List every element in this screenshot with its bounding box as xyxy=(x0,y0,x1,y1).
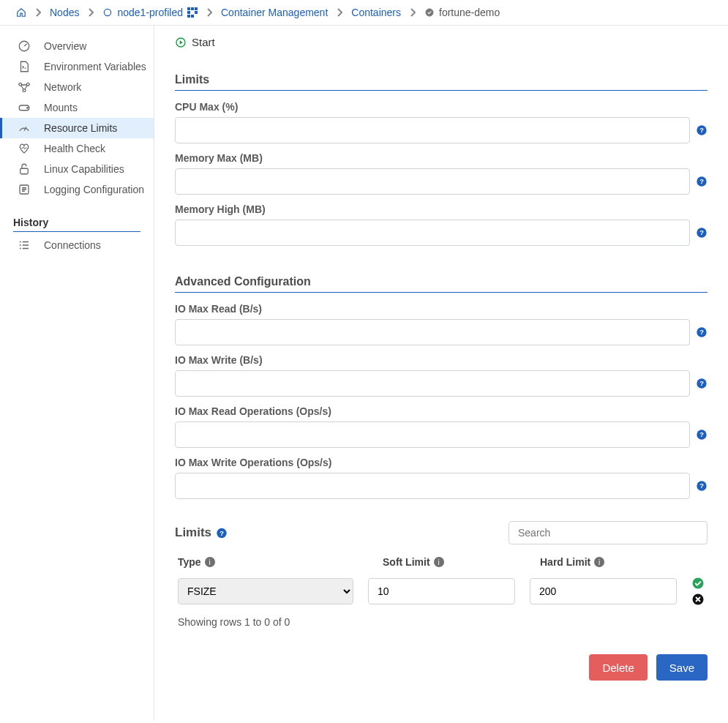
mem-high-input[interactable] xyxy=(175,220,690,246)
svg-point-17 xyxy=(20,241,21,243)
info-icon[interactable]: i xyxy=(594,557,604,567)
sidebar-item-label: Resource Limits xyxy=(44,122,117,134)
mem-high-label: Memory High (MB) xyxy=(175,203,708,215)
io-read-ops-label: IO Max Read Operations (Ops/s) xyxy=(175,405,708,417)
chevron-right-icon xyxy=(206,8,212,17)
svg-rect-2 xyxy=(191,7,194,10)
svg-rect-1 xyxy=(187,7,190,10)
breadcrumb-current-label: fortune-demo xyxy=(439,7,500,18)
svg-point-14 xyxy=(27,108,29,109)
help-icon[interactable]: ? xyxy=(696,227,708,239)
svg-point-8 xyxy=(426,9,434,17)
chevron-right-icon xyxy=(35,8,41,17)
confirm-row-button[interactable] xyxy=(691,577,705,590)
svg-text:?: ? xyxy=(699,431,704,438)
col-soft-limit[interactable]: Soft Limit i xyxy=(383,556,525,568)
unlock-icon xyxy=(18,162,31,176)
svg-rect-3 xyxy=(195,7,198,10)
help-icon[interactable]: ? xyxy=(216,527,228,539)
io-write-ops-label: IO Max Write Operations (Ops/s) xyxy=(175,457,708,468)
soft-limit-input[interactable] xyxy=(368,578,515,604)
chevron-right-icon xyxy=(410,8,416,17)
limits-table-header: Type i Soft Limit i Hard Limit i xyxy=(175,556,708,568)
sidebar-item-label: Network xyxy=(44,81,81,93)
col-type[interactable]: Type i xyxy=(178,556,368,568)
info-icon[interactable]: i xyxy=(205,557,215,567)
sidebar: Overview Environment Variables Network M… xyxy=(0,26,154,721)
breadcrumb: Nodes node1-profiled Container Managemen… xyxy=(0,0,728,26)
limits-search-input[interactable] xyxy=(509,521,708,544)
sidebar-item-label: Logging Configuration xyxy=(44,184,144,195)
sidebar-item-label: Connections xyxy=(44,239,101,251)
breadcrumb-container-mgmt[interactable]: Container Management xyxy=(221,7,328,18)
breadcrumb-containers[interactable]: Containers xyxy=(351,7,401,18)
main-content: Start Limits CPU Max (%) ? Memory Max (M… xyxy=(154,26,728,721)
sidebar-history-heading: History xyxy=(13,217,140,232)
breadcrumb-current: fortune-demo xyxy=(424,7,500,18)
svg-rect-6 xyxy=(187,15,190,18)
help-icon[interactable]: ? xyxy=(696,378,708,389)
cpu-max-input[interactable] xyxy=(175,117,690,143)
io-write-ops-input[interactable] xyxy=(175,473,690,499)
io-write-input[interactable] xyxy=(175,370,690,397)
delete-button[interactable]: Delete xyxy=(589,654,647,681)
breadcrumb-node-label: node1-profiled xyxy=(117,7,183,18)
svg-text:?: ? xyxy=(699,178,704,185)
chevron-right-icon xyxy=(337,8,342,17)
sidebar-item-connections[interactable]: Connections xyxy=(0,235,154,255)
save-button[interactable]: Save xyxy=(656,654,708,681)
meter-icon xyxy=(18,121,31,135)
list-icon xyxy=(18,183,31,196)
limits-section-title: Limits xyxy=(175,73,708,91)
svg-rect-4 xyxy=(187,11,190,14)
sidebar-item-health-check[interactable]: Health Check xyxy=(0,138,154,159)
sidebar-item-logging[interactable]: Logging Configuration xyxy=(0,179,154,200)
io-read-ops-input[interactable] xyxy=(175,422,690,448)
sidebar-item-network[interactable]: Network xyxy=(0,77,154,97)
sidebar-item-label: Mounts xyxy=(44,102,78,113)
help-icon[interactable]: ? xyxy=(696,326,708,338)
svg-point-18 xyxy=(20,244,21,246)
gauge-icon xyxy=(18,40,31,53)
sidebar-item-linux-caps[interactable]: Linux Capabilities xyxy=(0,159,154,179)
hard-limit-input[interactable] xyxy=(530,578,677,604)
col-hard-limit[interactable]: Hard Limit i xyxy=(540,556,683,568)
sidebar-item-label: Environment Variables xyxy=(44,61,146,72)
network-icon xyxy=(18,80,31,94)
document-icon xyxy=(18,60,31,73)
remove-row-button[interactable] xyxy=(691,593,705,606)
svg-text:?: ? xyxy=(699,329,704,336)
limit-type-select[interactable]: FSIZE xyxy=(178,578,353,604)
sidebar-item-resource-limits[interactable]: Resource Limits xyxy=(0,118,154,138)
svg-text:?: ? xyxy=(219,529,224,536)
help-icon[interactable]: ? xyxy=(696,176,708,187)
qr-icon xyxy=(187,7,198,18)
limits-table-row: FSIZE xyxy=(175,577,708,606)
sidebar-item-env-vars[interactable]: Environment Variables xyxy=(0,56,154,77)
sidebar-item-mounts[interactable]: Mounts xyxy=(0,97,154,118)
help-icon[interactable]: ? xyxy=(696,429,708,441)
svg-point-19 xyxy=(20,248,21,250)
info-icon[interactable]: i xyxy=(434,557,444,567)
help-icon[interactable]: ? xyxy=(696,480,708,492)
breadcrumb-home[interactable] xyxy=(16,7,26,18)
advanced-section-title: Advanced Configuration xyxy=(175,275,708,293)
start-button[interactable]: Start xyxy=(175,26,215,54)
heartbeat-icon xyxy=(18,142,31,155)
sidebar-item-overview[interactable]: Overview xyxy=(0,36,154,56)
breadcrumb-node[interactable]: node1-profiled xyxy=(102,7,198,18)
disk-icon xyxy=(18,101,31,114)
sidebar-item-label: Linux Capabilities xyxy=(44,163,124,175)
play-circle-icon xyxy=(175,37,187,48)
help-icon[interactable]: ? xyxy=(696,124,708,136)
list-numbered-icon xyxy=(18,239,31,252)
cpu-max-label: CPU Max (%) xyxy=(175,101,708,113)
svg-rect-7 xyxy=(191,15,194,18)
sidebar-item-label: Health Check xyxy=(44,143,105,154)
start-label: Start xyxy=(192,36,215,48)
svg-point-0 xyxy=(105,9,111,15)
mem-max-input[interactable] xyxy=(175,168,690,195)
io-read-label: IO Max Read (B/s) xyxy=(175,303,708,315)
io-read-input[interactable] xyxy=(175,319,690,345)
breadcrumb-nodes[interactable]: Nodes xyxy=(50,7,79,18)
